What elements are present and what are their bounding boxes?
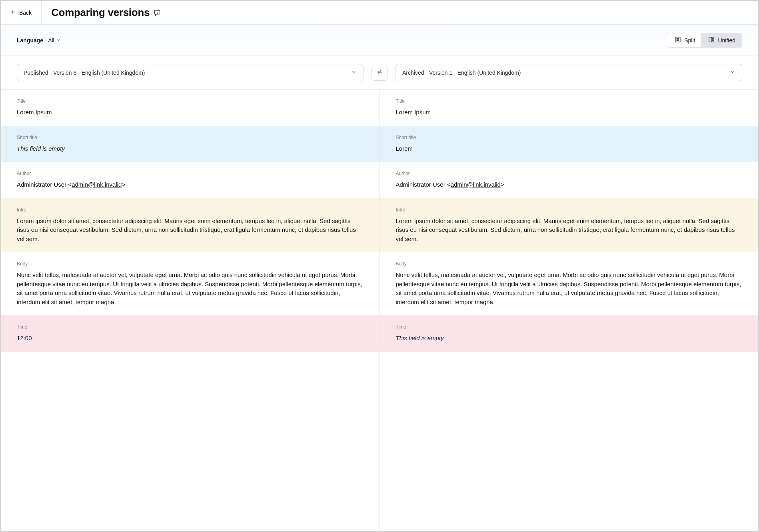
field-time: Time 12:00 — [1, 315, 380, 352]
field-body: Body Nunc velit tellus, malesuada at auc… — [1, 252, 380, 315]
version-selector-row: Published - Version 6 - English (United … — [1, 56, 758, 90]
field-title: Title Lorem Ipsum — [380, 90, 759, 126]
field-time: Time This field is empty — [380, 315, 759, 352]
field-title: Title Lorem Ipsum — [1, 90, 380, 126]
field-label: Time — [396, 324, 743, 330]
author-name: Administrator User < — [17, 181, 72, 188]
field-label: Body — [17, 261, 364, 267]
view-mode-toggle: Split Unified — [668, 33, 742, 48]
arrow-left-icon — [10, 9, 16, 16]
field-value-empty: This field is empty — [396, 334, 743, 343]
field-value: Lorem ipsum dolor sit amet, consectetur … — [396, 217, 743, 244]
split-icon — [675, 36, 681, 44]
toolbar: Language All Split Unified — [1, 25, 758, 56]
field-intro: Intro Lorem ipsum dolor sit amet, consec… — [1, 198, 380, 253]
version-select-left[interactable]: Published - Version 6 - English (United … — [17, 64, 364, 81]
svg-point-1 — [157, 13, 158, 14]
page-title: Comparing versions — [51, 6, 150, 19]
field-body: Body Nunc velit tellus, malesuada at auc… — [380, 252, 759, 315]
field-value: Nunc velit tellus, malesuada at auctor v… — [396, 271, 743, 307]
chevron-down-icon — [351, 69, 357, 76]
swap-button[interactable] — [372, 65, 387, 81]
unified-mode-button[interactable]: Unified — [702, 33, 742, 47]
chevron-down-icon — [730, 69, 735, 76]
swap-icon — [376, 69, 383, 76]
comment-icon[interactable] — [154, 9, 161, 16]
field-author: Author Administrator User <admin@link.in… — [1, 162, 380, 198]
split-mode-button[interactable]: Split — [668, 33, 702, 47]
split-label: Split — [684, 37, 695, 44]
unified-label: Unified — [718, 37, 735, 44]
compare-column-left: Title Lorem Ipsum Short title This field… — [1, 90, 380, 531]
field-short-title: Short title This field is empty — [1, 126, 380, 162]
version-select-right[interactable]: Archived - Version 1 - English (United K… — [395, 64, 742, 81]
author-suffix: > — [122, 181, 125, 188]
unified-icon — [708, 36, 715, 44]
field-label: Title — [17, 98, 364, 104]
field-label: Body — [396, 261, 743, 267]
field-label: Intro — [396, 207, 743, 213]
author-suffix: > — [501, 181, 504, 188]
author-name: Administrator User < — [396, 181, 451, 188]
field-value: Nunc velit tellus, malesuada at auctor v… — [17, 271, 364, 307]
field-value: Lorem Ipsum — [17, 108, 364, 117]
field-value: Administrator User <admin@link.invalid> — [396, 180, 743, 189]
language-select[interactable]: All — [48, 37, 61, 44]
field-value: Lorem Ipsum — [396, 108, 743, 117]
language-filter: Language All — [17, 37, 61, 44]
field-label: Time — [17, 324, 364, 330]
field-author: Author Administrator User <admin@link.in… — [380, 162, 759, 198]
field-value: Lorem — [396, 144, 743, 153]
field-label: Short title — [17, 135, 364, 140]
version-right-label: Archived - Version 1 - English (United K… — [402, 70, 521, 76]
author-email-link[interactable]: admin@link.invalid — [451, 181, 501, 188]
field-label: Author — [396, 171, 743, 176]
compare-panel: Title Lorem Ipsum Short title This field… — [1, 90, 758, 531]
compare-column-right: Title Lorem Ipsum Short title Lorem Auth… — [380, 90, 759, 531]
field-label: Intro — [17, 207, 364, 213]
language-label: Language — [17, 37, 43, 44]
field-value-empty: This field is empty — [17, 144, 364, 153]
field-short-title: Short title Lorem — [380, 126, 759, 162]
back-button[interactable]: Back — [1, 1, 42, 24]
header-bar: Back Comparing versions — [1, 1, 758, 25]
field-intro: Intro Lorem ipsum dolor sit amet, consec… — [380, 198, 759, 253]
version-left-label: Published - Version 6 - English (United … — [24, 70, 145, 76]
field-value: Lorem ipsum dolor sit amet, consectetur … — [17, 217, 364, 244]
field-label: Author — [17, 171, 364, 176]
field-label: Title — [396, 98, 743, 104]
field-value: 12:00 — [17, 334, 364, 343]
field-label: Short title — [396, 135, 743, 140]
field-value: Administrator User <admin@link.invalid> — [17, 180, 364, 189]
chevron-down-icon — [56, 37, 61, 44]
language-value: All — [48, 37, 54, 44]
author-email-link[interactable]: admin@link.invalid — [72, 181, 122, 188]
back-label: Back — [19, 10, 32, 16]
